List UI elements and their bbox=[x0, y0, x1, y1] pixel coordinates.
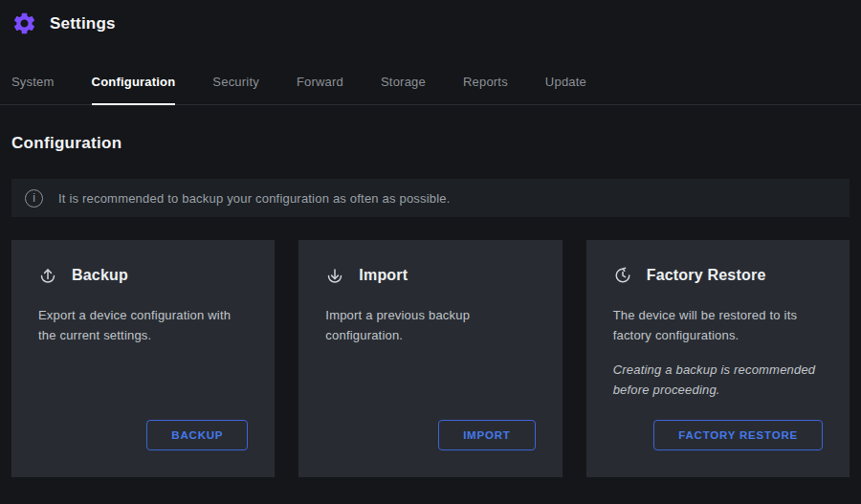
factory-restore-card-note: Creating a backup is recommended before … bbox=[613, 360, 823, 400]
upload-arrow-icon bbox=[38, 266, 57, 285]
factory-restore-card-header: Factory Restore bbox=[613, 266, 823, 285]
import-card-description: Import a previous backup configuration. bbox=[325, 305, 535, 345]
factory-restore-button[interactable]: FACTORY RESTORE bbox=[653, 420, 823, 450]
backup-card: Backup Export a device configuration wit… bbox=[11, 240, 275, 477]
factory-restore-card-description: The device will be restored to its facto… bbox=[613, 305, 823, 345]
banner-text: It is recommended to backup your configu… bbox=[58, 191, 451, 206]
settings-tabbar: System Configuration Security Forward St… bbox=[0, 61, 861, 105]
backup-button[interactable]: BACKUP bbox=[146, 420, 248, 450]
backup-card-title: Backup bbox=[72, 267, 128, 284]
import-card-title: Import bbox=[359, 267, 408, 284]
tab-forward[interactable]: Forward bbox=[297, 69, 343, 105]
gear-icon bbox=[11, 11, 37, 36]
backup-card-description: Export a device configuration with the c… bbox=[38, 305, 248, 345]
app-header: Settings bbox=[0, 0, 861, 46]
info-circle-icon: i bbox=[25, 189, 43, 208]
tab-configuration[interactable]: Configuration bbox=[92, 69, 176, 105]
import-button[interactable]: IMPORT bbox=[438, 420, 536, 450]
factory-restore-card: Factory Restore The device will be resto… bbox=[586, 240, 850, 477]
app-title: Settings bbox=[50, 14, 116, 33]
page-title: Configuration bbox=[11, 134, 850, 153]
tab-update[interactable]: Update bbox=[545, 69, 586, 105]
tab-reports[interactable]: Reports bbox=[463, 69, 508, 105]
factory-restore-card-title: Factory Restore bbox=[647, 267, 766, 284]
import-card: Import Import a previous backup configur… bbox=[298, 240, 562, 477]
restore-clock-icon bbox=[613, 266, 632, 285]
download-arrow-icon bbox=[325, 266, 344, 285]
configuration-panel: Configuration i It is recommended to bac… bbox=[0, 134, 861, 477]
tab-security[interactable]: Security bbox=[212, 69, 259, 105]
backup-card-header: Backup bbox=[38, 266, 248, 285]
tab-storage[interactable]: Storage bbox=[381, 69, 426, 105]
action-cards: Backup Export a device configuration wit… bbox=[11, 240, 850, 477]
tab-system[interactable]: System bbox=[11, 69, 55, 105]
backup-recommendation-banner: i It is recommended to backup your confi… bbox=[11, 179, 850, 217]
import-card-header: Import bbox=[325, 266, 535, 285]
